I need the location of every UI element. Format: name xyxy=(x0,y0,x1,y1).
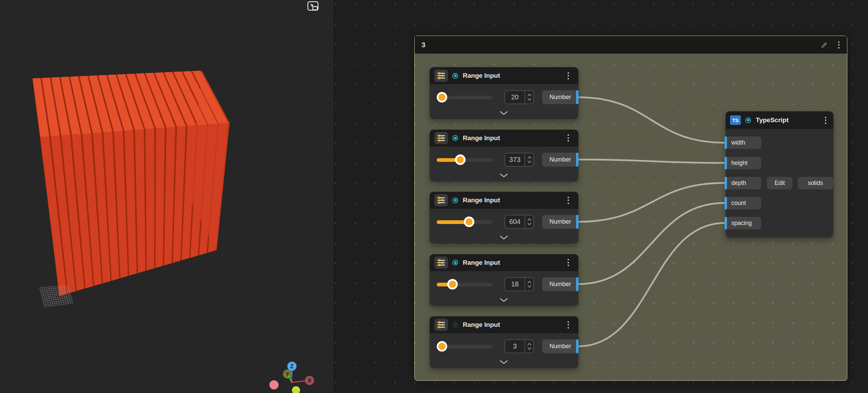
stepper-buttons[interactable] xyxy=(525,278,533,291)
gizmo-axis-ball[interactable] xyxy=(270,380,279,390)
group-header[interactable]: 3 xyxy=(415,36,847,54)
ts-input-count: count xyxy=(726,197,761,209)
step-up-icon xyxy=(527,281,532,283)
step-down-icon xyxy=(527,98,532,101)
range-input-icon xyxy=(434,132,448,144)
value-field[interactable]: 20 xyxy=(505,91,525,104)
value-stepper[interactable]: 604 xyxy=(505,215,534,229)
range-slider-thumb[interactable] xyxy=(447,279,458,289)
input-port-depth[interactable] xyxy=(725,177,727,189)
input-port-spacing[interactable] xyxy=(725,217,727,229)
range-input-node[interactable]: Range Input 18 Number xyxy=(430,254,578,306)
range-slider-thumb[interactable] xyxy=(455,154,466,165)
step-down-icon xyxy=(527,285,532,288)
range-slider-track[interactable] xyxy=(437,283,493,286)
typescript-icon: TS xyxy=(730,115,741,125)
number-output-port[interactable] xyxy=(576,277,578,291)
ts-input-height: height xyxy=(726,157,761,169)
input-port-height[interactable] xyxy=(725,157,727,169)
value-field[interactable]: 3 xyxy=(505,340,525,353)
ts-output-solids: solids xyxy=(798,177,833,189)
stepper-buttons[interactable] xyxy=(525,153,533,166)
viewport-render: YZX xyxy=(0,0,334,393)
node-header[interactable]: Range Input xyxy=(430,67,578,84)
axis-gizmo[interactable]: YZX xyxy=(270,362,314,393)
range-slider-thumb[interactable] xyxy=(464,217,474,227)
active-indicator[interactable] xyxy=(452,260,458,265)
node-menu-button[interactable] xyxy=(824,115,828,125)
node-menu-button[interactable] xyxy=(566,133,570,143)
active-indicator[interactable] xyxy=(452,198,458,203)
sliced-box-mesh xyxy=(33,71,230,296)
range-input-node[interactable]: Range Input 373 Number xyxy=(430,130,578,182)
range-input-icon xyxy=(434,70,448,82)
group-menu-button[interactable] xyxy=(837,40,841,50)
range-input-node[interactable]: Range Input 604 Number xyxy=(430,192,578,244)
active-indicator[interactable] xyxy=(745,117,751,123)
range-input-node[interactable]: Range Input 20 Number xyxy=(430,67,578,119)
node-menu-button[interactable] xyxy=(566,258,570,267)
collapse-chevron-icon[interactable] xyxy=(500,360,508,364)
range-input-icon xyxy=(434,257,448,269)
edit-code-button[interactable]: Edit xyxy=(767,177,792,189)
value-field[interactable]: 373 xyxy=(505,153,525,166)
svg-text:Z: Z xyxy=(290,363,294,369)
node-title: Range Input xyxy=(463,196,500,204)
gizmo-axis-ball[interactable] xyxy=(292,386,300,393)
node-header[interactable]: Range Input xyxy=(430,254,578,271)
number-output-port[interactable] xyxy=(576,153,578,167)
node-title: Range Input xyxy=(463,259,500,266)
stepper-buttons[interactable] xyxy=(525,216,533,228)
step-up-icon xyxy=(527,156,532,159)
range-slider-thumb[interactable] xyxy=(437,341,447,352)
step-down-icon xyxy=(527,347,532,350)
input-port-count[interactable] xyxy=(725,197,727,209)
collapse-preview-icon[interactable] xyxy=(307,1,320,12)
active-indicator[interactable] xyxy=(452,322,458,328)
typescript-node[interactable]: TS TypeScript widthheightdepthEditsolids… xyxy=(726,111,833,238)
stepper-buttons[interactable] xyxy=(525,340,533,353)
ts-input-spacing: spacing xyxy=(726,217,761,229)
active-indicator[interactable] xyxy=(452,73,458,79)
value-stepper[interactable]: 373 xyxy=(505,153,534,167)
node-menu-button[interactable] xyxy=(566,71,570,81)
step-up-icon xyxy=(527,343,532,345)
value-stepper[interactable]: 18 xyxy=(505,277,534,291)
number-output-port[interactable] xyxy=(576,339,578,353)
active-indicator[interactable] xyxy=(452,135,458,141)
number-output-port[interactable] xyxy=(576,90,578,104)
pencil-icon[interactable] xyxy=(821,41,828,49)
value-field[interactable]: 18 xyxy=(505,278,525,291)
node-header[interactable]: Range Input xyxy=(430,192,578,209)
node-title: Range Input xyxy=(463,134,500,142)
node-menu-button[interactable] xyxy=(566,195,570,205)
value-stepper[interactable]: 20 xyxy=(505,90,534,104)
collapse-chevron-icon[interactable] xyxy=(500,236,508,240)
node-header[interactable]: TS TypeScript xyxy=(726,111,833,129)
range-slider-thumb[interactable] xyxy=(437,92,447,102)
node-header[interactable]: Range Input xyxy=(430,316,578,333)
step-down-icon xyxy=(527,223,532,225)
number-output-button[interactable]: Number xyxy=(542,215,578,229)
group-title: 3 xyxy=(421,41,426,49)
node-header[interactable]: Range Input xyxy=(430,130,578,147)
step-down-icon xyxy=(527,161,532,163)
value-field[interactable]: 604 xyxy=(505,216,525,228)
svg-text:X: X xyxy=(308,378,312,383)
viewport-3d[interactable]: YZX xyxy=(0,0,334,393)
collapse-chevron-icon[interactable] xyxy=(500,173,508,177)
range-input-node[interactable]: Range Input 3 Number xyxy=(430,316,578,368)
node-menu-button[interactable] xyxy=(566,320,570,330)
number-output-button[interactable]: Number xyxy=(542,153,578,167)
number-output-button[interactable]: Number xyxy=(542,339,578,353)
value-stepper[interactable]: 3 xyxy=(505,339,534,353)
number-output-button[interactable]: Number xyxy=(542,277,578,291)
collapse-chevron-icon[interactable] xyxy=(500,111,508,115)
input-port-width[interactable] xyxy=(725,136,727,149)
node-title: Range Input xyxy=(463,72,500,79)
collapse-chevron-icon[interactable] xyxy=(500,298,508,302)
stepper-buttons[interactable] xyxy=(525,91,533,104)
number-output-port[interactable] xyxy=(576,215,578,229)
range-input-icon xyxy=(434,319,448,331)
number-output-button[interactable]: Number xyxy=(542,90,578,104)
